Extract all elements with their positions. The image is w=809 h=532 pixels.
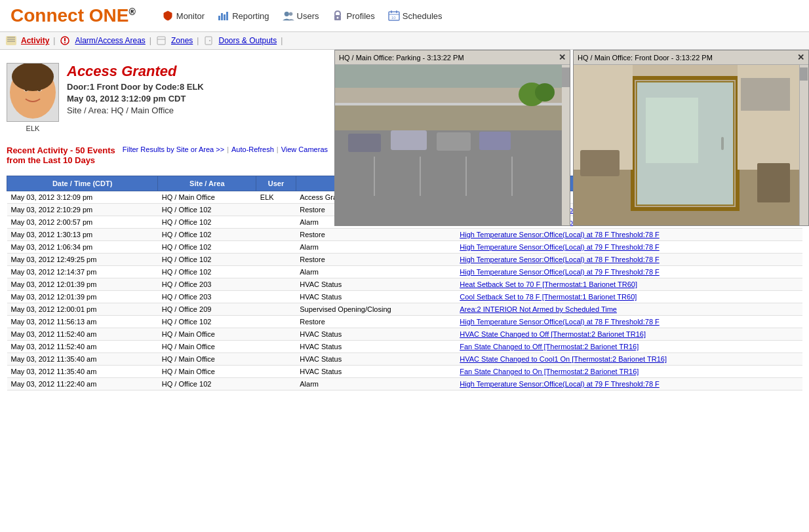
location-link[interactable]: Fan State Changed to On [Thermostat:2 Ba… (460, 368, 639, 375)
location-link[interactable]: High Temperature Sensor:Office(Local) at… (460, 380, 660, 388)
table-cell[interactable]: Fan State Changed to Off [Thermostat:2 B… (456, 341, 802, 353)
svg-rect-52 (646, 98, 698, 163)
user-name-label: ELK (26, 124, 40, 132)
table-row: May 03, 2012 12:00:01 pmHQ / Office 209S… (7, 303, 802, 316)
location-link[interactable]: Cool Setback Set to 78 F [Thermostat:1 B… (460, 293, 637, 301)
subnav-activity[interactable]: Activity (21, 36, 49, 45)
camera-door-scrollbar[interactable] (799, 65, 808, 225)
table-cell: HQ / Office 102 (158, 254, 256, 266)
table-cell (256, 303, 296, 316)
subnav-alarm-icon (59, 35, 71, 47)
table-cell: HVAC Status (296, 353, 456, 366)
table-cell[interactable]: High Temperature Sensor:Office(Local) at… (456, 316, 802, 328)
subnav: Activity | Alarm/Access Areas | Zones | … (0, 32, 809, 50)
subnav-sep1: | (53, 36, 55, 45)
table-cell[interactable]: High Temperature Sensor:Office(Local) at… (456, 229, 802, 241)
table-cell: May 03, 2012 11:35:40 am (7, 366, 158, 378)
table-cell (256, 353, 296, 366)
subnav-doors[interactable]: Doors & Outputs (218, 36, 277, 45)
controls-sep2: | (227, 145, 229, 153)
subnav-doors-icon (203, 35, 214, 47)
location-link[interactable]: Fan State Changed to Off [Thermostat:2 B… (460, 343, 639, 351)
table-cell: HVAC Status (296, 341, 456, 353)
svg-rect-55 (741, 78, 790, 111)
main-nav: Monitor Reporting Users Profiles 10 Sche… (162, 10, 443, 22)
table-cell (256, 278, 296, 291)
chart-icon (218, 10, 229, 22)
nav-reporting[interactable]: Reporting (218, 10, 269, 22)
camera-parking-close[interactable]: ✕ (559, 52, 566, 62)
col-datetime: Date / Time (CDT) (7, 176, 158, 191)
recent-activity-header: View Cameras | Auto-Refresh | Filter Res… (7, 145, 328, 165)
camera-parking-scrollbar[interactable] (562, 65, 570, 225)
table-cell[interactable]: High Temperature Sensor:Office(Local) at… (456, 266, 802, 278)
svg-rect-38 (348, 134, 381, 152)
col-site: Site / Area (158, 176, 256, 191)
table-cell: Restore (296, 316, 456, 328)
lock-icon (332, 10, 344, 22)
access-section: ELK Access Granted Door:1 Front Door by … (7, 56, 328, 145)
table-cell (256, 366, 296, 378)
table-cell: May 03, 2012 12:14:37 pm (7, 266, 158, 278)
table-row: May 03, 2012 12:01:39 pmHQ / Office 203H… (7, 291, 802, 303)
auto-refresh-link[interactable]: Auto-Refresh (231, 145, 274, 153)
controls-sep1: | (277, 145, 279, 153)
table-cell: May 03, 2012 11:52:40 am (7, 328, 158, 341)
subnav-zones-icon (155, 35, 167, 47)
table-cell: May 03, 2012 12:01:39 pm (7, 278, 158, 291)
filter-link[interactable]: Filter Results by Site or Area >> (123, 145, 224, 153)
table-cell: May 03, 2012 12:01:39 pm (7, 291, 158, 303)
location-link[interactable]: HVAC State Changed to Cool1 On [Thermost… (460, 355, 667, 363)
table-cell[interactable]: Area:2 INTERIOR Not Armed by Scheduled T… (456, 303, 802, 316)
location-link[interactable]: High Temperature Sensor:Office(Local) at… (460, 243, 660, 251)
table-cell: May 03, 2012 1:06:34 pm (7, 241, 158, 254)
table-cell (256, 291, 296, 303)
table-row: May 03, 2012 12:14:37 pmHQ / Office 102A… (7, 266, 802, 278)
svg-rect-20 (157, 37, 165, 45)
location-link[interactable]: High Temperature Sensor:Office(Local) at… (460, 318, 660, 326)
subnav-zones[interactable]: Zones (171, 36, 193, 45)
subnav-activity-icon (5, 35, 17, 47)
logo: Connect ONE® (10, 5, 136, 26)
svg-rect-39 (391, 130, 427, 150)
nav-profiles[interactable]: Profiles (332, 10, 374, 22)
table-cell[interactable]: HVAC State Changed to Off [Thermostat:2 … (456, 328, 802, 341)
nav-users[interactable]: Users (283, 10, 319, 22)
location-link[interactable]: Area:2 INTERIOR Not Armed by Scheduled T… (460, 305, 617, 313)
location-link[interactable]: HVAC State Changed to Off [Thermostat:2 … (460, 330, 646, 338)
table-cell[interactable]: HVAC State Changed to Cool1 On [Thermost… (456, 353, 802, 366)
table-cell: Restore (296, 229, 456, 241)
table-cell[interactable]: Heat Setback Set to 70 F [Thermostat:1 B… (456, 278, 802, 291)
table-cell: HQ / Office 209 (158, 303, 256, 316)
subnav-sep3: | (197, 36, 199, 45)
table-cell (256, 316, 296, 328)
nav-users-label: Users (297, 11, 319, 21)
table-cell: HQ / Office 102 (158, 266, 256, 278)
location-link[interactable]: High Temperature Sensor:Office(Local) at… (460, 268, 660, 276)
subnav-alarm-access[interactable]: Alarm/Access Areas (75, 36, 145, 45)
location-link[interactable]: Heat Setback Set to 70 F [Thermostat:1 B… (460, 280, 637, 288)
svg-point-7 (337, 17, 339, 19)
nav-monitor[interactable]: Monitor (162, 10, 205, 22)
table-cell: Alarm (296, 378, 456, 390)
table-cell[interactable]: High Temperature Sensor:Office(Local) at… (456, 241, 802, 254)
left-panel: ELK Access Granted Door:1 Front Door by … (0, 50, 334, 176)
camera-door-title-text: HQ / Main Office: Front Door - 3:13:22 P… (578, 54, 713, 62)
location-link[interactable]: High Temperature Sensor:Office(Local) at… (460, 231, 660, 238)
logo-trademark: ® (128, 7, 135, 17)
camera-door-close[interactable]: ✕ (797, 52, 804, 62)
table-cell[interactable]: High Temperature Sensor:Office(Local) at… (456, 378, 802, 390)
shield-icon (162, 10, 174, 22)
nav-schedules-label: Schedules (403, 11, 443, 21)
location-link[interactable]: High Temperature Sensor:Office(Local) at… (460, 256, 660, 263)
table-cell: HQ / Office 102 (158, 241, 256, 254)
svg-rect-57 (757, 163, 790, 202)
nav-schedules[interactable]: 10 Schedules (388, 10, 443, 22)
table-cell (256, 216, 296, 229)
table-cell[interactable]: Fan State Changed to On [Thermostat:2 Ba… (456, 366, 802, 378)
table-cell[interactable]: Cool Setback Set to 78 F [Thermostat:1 B… (456, 291, 802, 303)
view-cameras-link[interactable]: View Cameras (281, 145, 328, 153)
table-cell[interactable]: High Temperature Sensor:Office(Local) at… (456, 254, 802, 266)
users-icon (283, 10, 294, 22)
table-cell (256, 254, 296, 266)
